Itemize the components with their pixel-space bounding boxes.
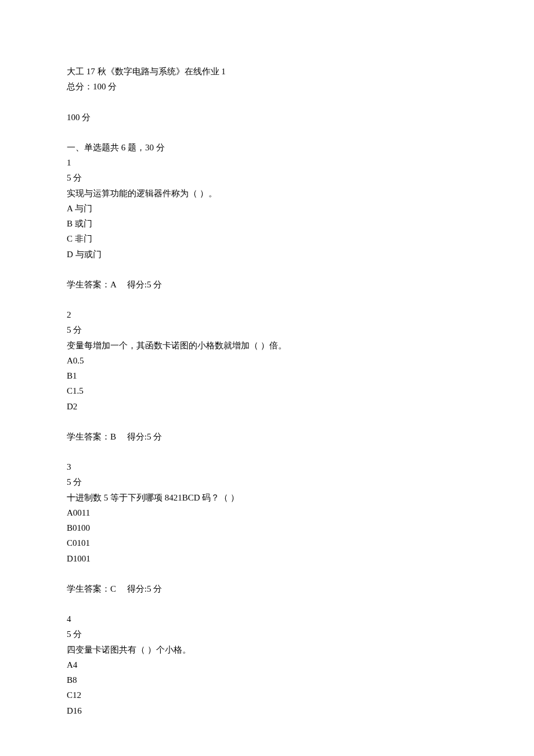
option-b: B 或门 [67,216,467,231]
option-d: D1001 [67,551,467,566]
spacer [67,444,467,459]
question-block: 2 5 分 变量每增加一个，其函数卡诺图的小格数就增加（ ）倍。 A0.5 B1… [67,307,467,444]
spacer [67,292,467,307]
page-content: 大工 17 秋《数字电路与系统》在线作业 1 总分：100 分 100 分 一、… [67,64,467,718]
option-d: D 与或门 [67,247,467,262]
question-points: 5 分 [67,627,467,642]
option-c: C12 [67,687,467,703]
total-score-label: 总分：100 分 [67,79,467,94]
question-stem: 十进制数 5 等于下列哪项 8421BCD 码？（ ） [67,490,467,505]
question-stem: 变量每增加一个，其函数卡诺图的小格数就增加（ ）倍。 [67,338,467,353]
option-a: A 与门 [67,201,467,216]
answer-line: 学生答案：C 得分:5 分 [67,581,467,596]
question-points: 5 分 [67,322,467,337]
question-block: 1 5 分 实现与运算功能的逻辑器件称为（ ）。 A 与门 B 或门 C 非门 … [67,155,467,292]
option-c: C0101 [67,535,467,550]
option-c: C 非门 [67,231,467,246]
question-block: 3 5 分 十进制数 5 等于下列哪项 8421BCD 码？（ ） A0011 … [67,459,467,596]
spacer [67,125,467,140]
spacer [67,566,467,581]
question-stem: 实现与运算功能的逻辑器件称为（ ）。 [67,186,467,201]
spacer [67,414,467,429]
option-b: B8 [67,672,467,687]
spacer [67,596,467,611]
spacer [67,95,467,110]
option-a: A4 [67,657,467,672]
answer-line: 学生答案：B 得分:5 分 [67,429,467,444]
achieved-score: 100 分 [67,110,467,125]
question-points: 5 分 [67,474,467,489]
option-b: B0100 [67,520,467,535]
question-block: 4 5 分 四变量卡诺图共有（ ）个小格。 A4 B8 C12 D16 [67,611,467,718]
course-title: 大工 17 秋《数字电路与系统》在线作业 1 [67,64,467,79]
option-a: A0.5 [67,353,467,368]
question-stem: 四变量卡诺图共有（ ）个小格。 [67,642,467,657]
option-d: D2 [67,399,467,414]
answer-line: 学生答案：A 得分:5 分 [67,277,467,292]
question-number: 2 [67,307,467,322]
option-c: C1.5 [67,383,467,398]
question-number: 4 [67,611,467,627]
option-a: A0011 [67,505,467,520]
question-number: 3 [67,459,467,474]
option-d: D16 [67,703,467,718]
question-number: 1 [67,155,467,170]
option-b: B1 [67,368,467,383]
spacer [67,262,467,277]
section-heading: 一、单选题共 6 题，30 分 [67,140,467,155]
question-points: 5 分 [67,170,467,185]
